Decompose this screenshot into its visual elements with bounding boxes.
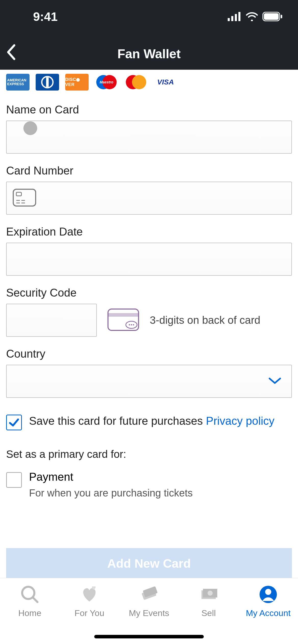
search-icon [20,584,40,605]
svg-rect-3 [238,12,240,21]
country-group: Country [6,347,292,398]
name-on-card-group: Name on Card [6,103,292,154]
home-indicator[interactable] [94,635,204,638]
expiration-label: Expiration Date [6,225,292,238]
country-select[interactable] [6,365,292,398]
amex-logo: AMERICAN EXPRESS [6,74,30,91]
primary-payment-checkbox[interactable] [6,472,22,488]
chevron-left-icon [5,43,17,61]
expiration-group: Expiration Date [6,225,292,276]
svg-rect-2 [235,14,237,21]
tab-bar: Home For You My Events Sell My A [0,578,298,644]
security-code-label: Security Code [6,286,292,299]
svg-rect-6 [281,15,282,18]
back-button[interactable] [5,43,17,62]
page-title: Fan Wallet [117,47,181,61]
mastercard-logo [124,74,148,91]
save-card-checkbox[interactable] [6,415,22,430]
add-new-card-button[interactable]: Add New Card [6,548,292,579]
discover-logo: DISCVER [65,74,89,91]
svg-point-23 [129,324,130,326]
svg-line-27 [33,597,37,602]
form-content: AMERICAN EXPRESS DISCVER Maestro V [0,70,298,499]
chevron-down-icon [268,376,282,386]
svg-point-24 [131,324,132,326]
name-on-card-label: Name on Card [6,103,292,116]
status-bar: 9:41 [0,0,298,38]
header: Fan Wallet [0,38,298,70]
wifi-icon [246,12,258,21]
svg-rect-14 [13,189,36,206]
security-code-group: Security Code 3-digits on back of card [6,286,292,337]
primary-payment-label: Payment [29,471,193,483]
accepted-cards-row: AMERICAN EXPRESS DISCVER Maestro V [6,70,292,103]
maestro-logo: Maestro [95,74,118,91]
expiration-input[interactable] [6,243,292,276]
tab-foryou[interactable]: For You [60,584,119,618]
heart-icon [79,584,100,605]
security-code-hint: 3-digits on back of card [150,314,260,326]
battery-icon [262,12,283,21]
security-code-input[interactable] [6,304,97,337]
tab-sell-label: Sell [201,608,216,618]
tab-events[interactable]: My Events [119,584,179,618]
tab-account-label: My Account [246,608,291,618]
svg-rect-20 [108,309,139,330]
svg-rect-1 [231,16,233,21]
status-icons [228,12,283,21]
name-on-card-input[interactable] [6,121,292,154]
svg-rect-15 [16,192,21,196]
ticket-icon [139,584,159,605]
tab-sell[interactable]: Sell [179,584,238,618]
svg-point-25 [133,324,134,326]
primary-payment-subtext: For when you are purchasing tickets [29,487,193,499]
svg-rect-5 [264,13,279,20]
card-number-input[interactable] [6,182,292,215]
tab-account[interactable]: My Account [238,584,298,618]
svg-point-34 [265,589,271,595]
card-number-label: Card Number [6,164,292,177]
save-card-label-text: Save this card for future purchases [29,415,206,427]
cvv-card-icon [107,308,140,332]
primary-card-heading: Set as a primary card for: [6,448,292,460]
status-time: 9:41 [33,10,58,24]
diners-logo [36,74,59,91]
privacy-policy-link[interactable]: Privacy policy [206,415,275,427]
tab-events-label: My Events [129,608,169,618]
card-icon [12,188,37,208]
visa-logo: VISA [154,74,177,91]
svg-rect-8 [46,77,49,87]
svg-text:Maestro: Maestro [100,80,113,84]
check-icon [8,417,20,428]
tab-home[interactable]: Home [0,584,60,618]
card-number-group: Card Number [6,164,292,215]
svg-point-13 [132,75,146,89]
account-icon [258,584,278,605]
country-label: Country [6,347,292,360]
svg-rect-0 [228,18,230,21]
svg-rect-21 [108,313,139,317]
primary-payment-row: Payment For when you are purchasing tick… [6,471,292,499]
touch-indicator [23,121,37,135]
save-card-row: Save this card for future purchases Priv… [6,413,292,430]
tab-foryou-label: For You [74,608,104,618]
add-new-card-label: Add New Card [107,557,191,570]
svg-point-32 [208,591,213,596]
money-icon [198,584,219,605]
save-card-text: Save this card for future purchases Priv… [29,413,275,429]
cellular-icon [228,12,241,21]
tab-home-label: Home [18,608,42,618]
